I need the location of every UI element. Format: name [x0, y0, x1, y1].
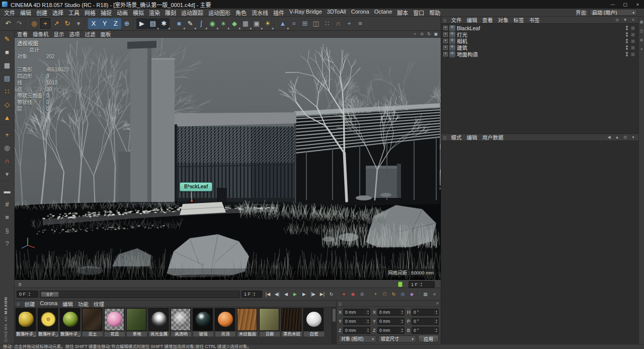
- viewport-menu-item-5[interactable]: 面板: [98, 30, 114, 38]
- simulation-icon[interactable]: ≈: [288, 18, 299, 29]
- close-button[interactable]: ×: [631, 0, 644, 9]
- rotate-view-icon[interactable]: ↻: [426, 31, 432, 37]
- prev-frame-icon[interactable]: ◀: [282, 290, 290, 298]
- dock-tab-menu-icon[interactable]: ≡: [639, 46, 644, 51]
- points-mode-icon[interactable]: ∷: [1, 85, 13, 97]
- current-frame-field[interactable]: 0 F: [17, 291, 38, 298]
- stepper-icon[interactable]: [434, 309, 438, 315]
- render-visibility-dot[interactable]: [626, 54, 628, 56]
- viewport-menu-item-2[interactable]: 显示: [51, 30, 67, 38]
- material-menu-item-2[interactable]: 编辑: [60, 300, 75, 308]
- material-item[interactable]: 玻璃: [193, 308, 214, 337]
- record-options-icon[interactable]: ⊘: [358, 290, 366, 298]
- goto-end-icon[interactable]: ▶|: [318, 290, 327, 298]
- material-thumbnail[interactable]: [38, 308, 58, 331]
- goto-start-icon[interactable]: |◀: [264, 290, 272, 298]
- timeline-slider-handle[interactable]: 0 F: [41, 292, 59, 297]
- instance-object-icon[interactable]: ◫: [310, 18, 321, 29]
- material-item[interactable]: 苔藓: [259, 308, 280, 337]
- am-up-icon[interactable]: ▲: [614, 134, 620, 141]
- coord-mode-select[interactable]: 对象 (相对): [339, 335, 376, 342]
- menu-item-19[interactable]: Octane: [372, 9, 394, 17]
- menu-item-5[interactable]: 网格: [82, 9, 98, 17]
- render-view-icon[interactable]: ▶: [136, 18, 147, 29]
- texture-mode-icon[interactable]: ▩: [1, 59, 13, 71]
- recent-tools-icon[interactable]: ▾: [73, 18, 84, 29]
- layer-tag-icon[interactable]: [631, 39, 635, 43]
- material-item[interactable]: 木纹截面: [237, 308, 258, 337]
- viewport[interactable]: 透视视图 总计对象202三角形46516023四边形9线1013点30带状三角面…: [15, 38, 441, 280]
- expand-toggle-icon[interactable]: [443, 32, 448, 37]
- interface-select[interactable]: 启动 (用户): [590, 9, 637, 16]
- coord-field[interactable]: 0 mm: [343, 318, 370, 325]
- material-thumbnail[interactable]: [281, 308, 301, 331]
- editor-visibility-dot[interactable]: [626, 45, 628, 47]
- material-thumbnail[interactable]: [303, 308, 324, 331]
- am-menu-item-0[interactable]: 模式: [449, 133, 464, 141]
- material-item[interactable]: 泥土: [82, 308, 103, 337]
- material-thumbnail[interactable]: [104, 308, 124, 331]
- enable-snap-icon[interactable]: ∩: [1, 155, 13, 167]
- help-icon[interactable]: ?: [1, 237, 13, 249]
- material-menu-item-0[interactable]: 创建: [22, 300, 38, 308]
- menu-item-2[interactable]: 创建: [34, 9, 50, 17]
- menu-item-8[interactable]: 模拟: [130, 9, 146, 17]
- menu-item-18[interactable]: Corona: [349, 9, 372, 17]
- viewport-solo-icon[interactable]: ◎: [1, 142, 13, 154]
- stepper-icon[interactable]: [366, 318, 370, 324]
- material-thumbnail[interactable]: [171, 308, 191, 331]
- scrollbar-handle[interactable]: [333, 309, 336, 322]
- render-visibility-dot[interactable]: [626, 41, 628, 43]
- next-key-icon[interactable]: |▶: [309, 290, 317, 298]
- prev-key-icon[interactable]: ◀|: [273, 290, 281, 298]
- editor-visibility-dot[interactable]: [626, 32, 628, 34]
- menu-item-11[interactable]: 运动跟踪: [179, 9, 206, 17]
- menu-item-17[interactable]: 3DToAll: [325, 9, 349, 17]
- stepper-icon[interactable]: [252, 291, 256, 297]
- lock-z-axis-icon[interactable]: Z: [110, 18, 121, 29]
- coord-field[interactable]: 0 mm: [377, 309, 405, 316]
- material-thumbnail[interactable]: [148, 308, 169, 331]
- xpresso-tags-icon[interactable]: ⊞: [299, 18, 310, 29]
- material-thumbnail[interactable]: [16, 308, 36, 331]
- render-settings-icon[interactable]: ✱▾: [158, 18, 170, 29]
- array-object-icon[interactable]: ∷: [321, 18, 333, 29]
- object-axis-mode-icon[interactable]: +: [1, 128, 13, 141]
- material-thumbnail[interactable]: [259, 308, 279, 331]
- layer-tag-icon[interactable]: [631, 33, 635, 37]
- material-item[interactable]: 散落叶子_2: [38, 308, 59, 337]
- toggle-view-layout-icon[interactable]: ▣: [433, 31, 439, 37]
- modeling-settings-icon[interactable]: ≡: [1, 211, 13, 223]
- timeline-options-icon[interactable]: ≡: [430, 290, 439, 298]
- viewport-menu-item-4[interactable]: 过滤: [83, 30, 98, 38]
- render-visibility-dot[interactable]: [626, 48, 628, 50]
- am-menu-item-1[interactable]: 编辑: [464, 133, 480, 141]
- keyframe-selection-icon[interactable]: ▦: [421, 290, 430, 298]
- om-menu-item-5[interactable]: 书签: [527, 16, 542, 24]
- material-thumbnail[interactable]: [193, 308, 213, 331]
- stepper-icon[interactable]: [434, 318, 438, 324]
- key-rotation-icon[interactable]: ↻: [389, 290, 398, 298]
- redo-icon[interactable]: ↷: [14, 18, 25, 29]
- minimize-button[interactable]: —: [606, 0, 619, 9]
- stepper-icon[interactable]: [419, 282, 423, 288]
- editor-visibility-dot[interactable]: [626, 39, 628, 41]
- object-row[interactable]: 地面构造: [441, 51, 638, 57]
- panel-grip-icon[interactable]: [337, 299, 344, 308]
- add-primitive-cube-icon[interactable]: ■▾: [174, 18, 185, 29]
- stepper-icon[interactable]: [434, 327, 438, 333]
- rotate-tool-icon[interactable]: ↻: [62, 18, 73, 29]
- key-pla-icon[interactable]: ◆: [408, 290, 416, 298]
- viewport-menu-item-0[interactable]: 查看: [15, 30, 30, 38]
- material-thumbnail[interactable]: [126, 308, 146, 331]
- stepper-icon[interactable]: [366, 327, 370, 333]
- layer-tag-icon[interactable]: [631, 52, 635, 56]
- menu-item-13[interactable]: 角色: [233, 9, 249, 17]
- model-mode-icon[interactable]: ■: [1, 46, 13, 58]
- zoom-view-icon[interactable]: ⊙: [419, 31, 425, 37]
- script-console-icon[interactable]: §: [1, 224, 13, 236]
- spline-primitives-icon[interactable]: ∫▾: [196, 18, 207, 29]
- material-item[interactable]: 吊顶: [215, 308, 236, 337]
- material-menu-item-4[interactable]: 纹理: [91, 300, 107, 308]
- undo-icon[interactable]: ↶: [3, 18, 14, 29]
